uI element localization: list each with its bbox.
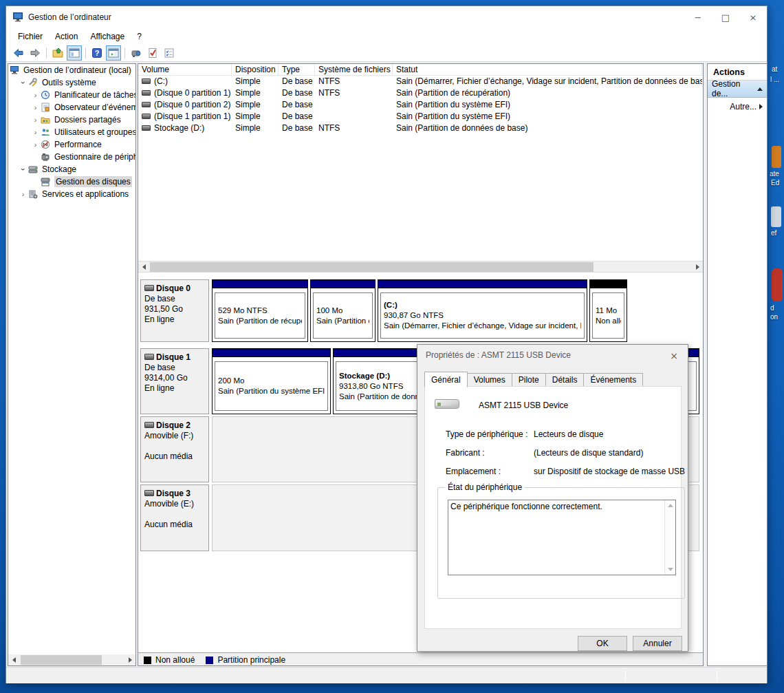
tree-item-services-et-applications[interactable]: ›Services et applications	[8, 188, 135, 200]
minimize-button[interactable]: −	[684, 6, 712, 28]
dialog-title: Propriétés de : ASMT 2115 USB Device	[426, 350, 571, 360]
menu-fichier[interactable]: Fichier	[12, 30, 49, 43]
partition[interactable]: 200 MoSain (Partition du système EFI)	[212, 348, 331, 414]
disk-info: 931,50 Go	[144, 304, 183, 314]
disk-label[interactable]: Disque 3Amovible (E:)Aucun média	[140, 484, 209, 551]
disk-label[interactable]: Disque 1De base9314,00 GoEn ligne	[140, 348, 209, 414]
disk-label[interactable]: Disque 0De base931,50 GoEn ligne	[140, 279, 209, 342]
disk-label[interactable]: Disque 2Amovible (F:)Aucun média	[140, 416, 209, 482]
volume-row[interactable]: (Disque 0 partition 2)SimpleDe baseSain …	[138, 99, 703, 111]
menu-help[interactable]: ?	[131, 30, 148, 43]
forward-icon[interactable]	[28, 45, 43, 61]
up-folder-icon[interactable]	[50, 45, 65, 61]
tree-item-utilisateurs-et-groupes-locaux[interactable]: ›Utilisateurs et groupes locaux	[8, 126, 135, 138]
expander-icon[interactable]: ›	[30, 116, 41, 124]
expander-icon[interactable]: ›	[30, 103, 41, 111]
tree-item-gestionnaire-de-p-riph-riques[interactable]: Gestionnaire de périphériques	[8, 151, 135, 163]
expand-icon[interactable]	[759, 104, 763, 109]
partition[interactable]: 529 Mo NTFSSain (Partition de récupérati…	[212, 279, 308, 342]
tree-item-label: Outils système	[42, 78, 96, 87]
scroll-right-icon[interactable]	[124, 654, 135, 665]
tab-volumes[interactable]: Volumes	[467, 373, 512, 387]
tree-item-gestion-des-disques[interactable]: Gestion des disques	[8, 175, 135, 188]
tab-details[interactable]: Détails	[545, 373, 585, 387]
storage-icon	[28, 164, 39, 174]
title-bar[interactable]: Gestion de l’ordinateur − □ ×	[6, 6, 767, 28]
scroll-right-icon[interactable]	[692, 262, 703, 273]
action-autres[interactable]: Autre...	[708, 98, 767, 115]
tree-item-observateur-d-v-nements[interactable]: ›Observateur d’événements	[8, 101, 135, 114]
help-icon[interactable]: ?	[89, 45, 105, 61]
scrollbar-thumb[interactable]	[150, 262, 594, 272]
column-header-disposition[interactable]: Disposition	[232, 64, 279, 76]
disk-info: De base	[144, 363, 175, 372]
scroll-down-icon[interactable]	[668, 568, 673, 571]
column-header-volume[interactable]: Volume	[138, 64, 232, 76]
menu-action[interactable]: Action	[49, 30, 84, 43]
tree-item-planificateur-de-t-ches[interactable]: ›Planificateur de tâches	[8, 89, 135, 101]
volume-icon	[142, 78, 151, 84]
scrollbar-thumb[interactable]	[21, 655, 102, 665]
volume-cell: Sain (Démarrer, Fichier d’échange, Vidag…	[393, 76, 702, 87]
back-icon[interactable]	[11, 45, 26, 61]
scroll-up-icon[interactable]	[668, 504, 673, 507]
export-list-icon[interactable]	[129, 45, 144, 61]
column-header-statut[interactable]: Statut	[393, 64, 702, 76]
volume-row[interactable]: (Disque 1 partition 1)SimpleDe baseSain …	[138, 111, 703, 122]
partition[interactable]: (C:)930,87 Go NTFSSain (Démarrer, Fichie…	[378, 279, 587, 342]
expander-icon[interactable]: ›	[18, 190, 28, 198]
desktop-icon	[771, 206, 781, 227]
tree-item-gestion-de-l-ordinateur-local[interactable]: Gestion de l’ordinateur (local)	[8, 64, 135, 76]
expander-icon[interactable]: ›	[19, 78, 28, 88]
tab-pilote[interactable]: Pilote	[512, 373, 546, 387]
disk-info: En ligne	[144, 383, 174, 393]
device-type-label: Type de périphérique :	[446, 429, 527, 439]
scroll-left-icon[interactable]	[8, 654, 19, 665]
volume-list-header: VolumeDispositionTypeSystème de fichiers…	[138, 64, 703, 76]
volume-row[interactable]: (Disque 0 partition 1)SimpleDe baseNTFSS…	[138, 87, 703, 99]
tree-item-label: Observateur d’événements	[54, 103, 135, 112]
volume-cell: NTFS	[315, 87, 393, 99]
checklist-icon[interactable]	[162, 45, 177, 61]
show-action-pane-icon[interactable]	[106, 45, 121, 61]
list-horizontal-scrollbar[interactable]	[138, 261, 703, 273]
tab-general[interactable]: Général	[424, 372, 468, 387]
tree-item-stockage[interactable]: ›Stockage	[8, 163, 135, 175]
device-state-textbox[interactable]: Ce périphérique fonctionne correctement.	[448, 500, 676, 575]
column-header-type[interactable]: Type	[279, 64, 315, 76]
document-check-icon[interactable]	[145, 45, 160, 61]
scroll-left-icon[interactable]	[138, 262, 149, 273]
app-icon	[12, 12, 23, 25]
cancel-button[interactable]: Annuler	[633, 636, 682, 651]
desktop-icon-text: at	[772, 65, 777, 73]
collapse-icon[interactable]	[757, 87, 763, 91]
window-title: Gestion de l’ordinateur	[28, 12, 111, 22]
menu-affichage[interactable]: Affichage	[84, 30, 131, 43]
column-header-syst-me-de-fichiers[interactable]: Système de fichiers	[315, 64, 393, 76]
maximize-button[interactable]: □	[712, 6, 739, 28]
expander-icon[interactable]: ›	[30, 140, 41, 149]
action-gestion-des-disques[interactable]: Gestion de...	[708, 81, 767, 98]
expander-icon[interactable]: ›	[19, 164, 28, 175]
partition[interactable]: 100 MoSain (Partition du système EFI)	[310, 279, 375, 342]
dialog-close-icon[interactable]: ×	[664, 348, 684, 364]
tree-item-performance[interactable]: ›Performance	[8, 138, 135, 151]
volume-cell: (C:)	[138, 76, 232, 87]
tab-evenements[interactable]: Événements	[583, 373, 643, 387]
device-state-text: Ce périphérique fonctionne correctement.	[450, 502, 662, 511]
partition-type-bar	[590, 280, 627, 288]
partition[interactable]: 11 MoNon alloué	[589, 279, 627, 342]
tree-horizontal-scrollbar[interactable]	[8, 654, 135, 665]
show-console-tree-icon[interactable]	[67, 45, 82, 61]
textbox-scrollbar[interactable]	[664, 500, 675, 575]
close-button[interactable]: ×	[739, 6, 767, 28]
volume-row[interactable]: Stockage (D:)SimpleDe baseNTFSSain (Part…	[138, 122, 703, 134]
expander-icon[interactable]: ›	[30, 128, 41, 136]
volume-row[interactable]: (C:)SimpleDe baseNTFSSain (Démarrer, Fic…	[138, 76, 703, 87]
tree-item-outils-syst-me[interactable]: ›Outils système	[8, 76, 135, 89]
expander-icon[interactable]: ›	[30, 91, 41, 99]
scheduler-icon	[41, 90, 52, 100]
tree-item-dossiers-partag-s[interactable]: ›Dossiers partagés	[8, 114, 135, 126]
ok-button[interactable]: OK	[578, 636, 627, 651]
tree-item-label: Planificateur de tâches	[54, 90, 135, 100]
